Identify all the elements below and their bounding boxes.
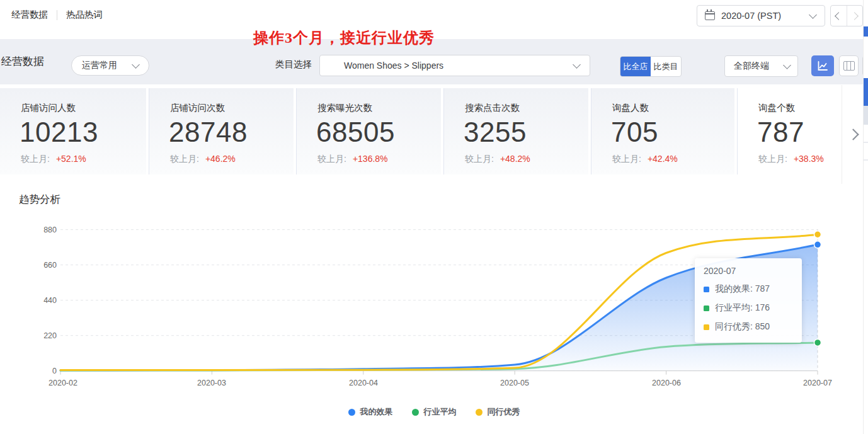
legend-item-my-performance[interactable]: 我的效果 bbox=[348, 406, 393, 418]
page-scrollbar[interactable] bbox=[863, 0, 868, 434]
tooltip-row-text: 行业平均: 176 bbox=[715, 302, 770, 314]
svg-text:2020-06: 2020-06 bbox=[652, 379, 681, 387]
tooltip-title: 2020-07 bbox=[704, 266, 793, 276]
legend-item-industry-best[interactable]: 同行优秀 bbox=[476, 406, 520, 418]
annotation-text: 操作3个月，接近行业优秀 bbox=[253, 28, 435, 48]
x-axis-labels: 2020-02 2020-03 2020-04 2020-05 2020-06 … bbox=[49, 379, 832, 387]
scrollbar-track-mark bbox=[864, 142, 868, 143]
legend-item-industry-average[interactable]: 行业平均 bbox=[412, 406, 457, 418]
svg-text:2020-04: 2020-04 bbox=[349, 379, 378, 387]
svg-text:440: 440 bbox=[43, 296, 57, 305]
series-marker bbox=[704, 306, 709, 311]
legend-label: 同行优秀 bbox=[488, 406, 520, 418]
trend-chart[interactable]: 880 660 440 220 0 2020-02 2020-03 2020-0… bbox=[0, 0, 868, 434]
tooltip-row: 我的效果: 787 bbox=[704, 280, 793, 299]
scrollbar-track-mark bbox=[864, 159, 868, 161]
legend-dot bbox=[412, 409, 419, 416]
legend-label: 行业平均 bbox=[424, 406, 457, 418]
series-marker bbox=[704, 287, 709, 292]
tooltip-row: 同行优秀: 850 bbox=[704, 317, 793, 336]
svg-text:2020-02: 2020-02 bbox=[49, 379, 77, 387]
endpoint-dot-industry-best bbox=[814, 231, 821, 238]
svg-text:660: 660 bbox=[43, 261, 57, 270]
legend-label: 我的效果 bbox=[360, 406, 393, 418]
dashboard: 经营数据 热品热词 2020-07 (PST) 操作3个月，接近行业优秀 经营数… bbox=[0, 0, 868, 434]
svg-text:2020-03: 2020-03 bbox=[197, 379, 226, 387]
svg-text:2020-05: 2020-05 bbox=[500, 379, 529, 387]
tooltip-row-text: 同行优秀: 850 bbox=[715, 321, 770, 333]
chart-tooltip: 2020-07 我的效果: 787 行业平均: 176 同行优秀: 850 bbox=[695, 258, 802, 343]
tooltip-row: 行业平均: 176 bbox=[704, 299, 793, 317]
endpoint-dot-industry-average bbox=[814, 339, 821, 346]
tooltip-row-text: 我的效果: 787 bbox=[715, 283, 770, 295]
y-axis-labels: 880 660 440 220 0 bbox=[43, 226, 57, 375]
endpoint-dot-my-performance bbox=[814, 241, 821, 248]
series-marker bbox=[704, 324, 709, 330]
scrollbar-thumb[interactable] bbox=[864, 78, 868, 106]
x-axis-ticks bbox=[60, 371, 818, 375]
svg-text:880: 880 bbox=[43, 226, 57, 234]
legend-dot bbox=[476, 409, 483, 416]
chart-legend: 我的效果 行业平均 同行优秀 bbox=[0, 406, 868, 418]
svg-text:0: 0 bbox=[52, 367, 57, 375]
svg-text:220: 220 bbox=[43, 331, 57, 340]
scrollbar-track-segment bbox=[864, 106, 868, 125]
svg-text:2020-07: 2020-07 bbox=[803, 379, 832, 387]
scrollbar-thumb[interactable] bbox=[864, 26, 868, 37]
legend-dot bbox=[348, 409, 355, 416]
